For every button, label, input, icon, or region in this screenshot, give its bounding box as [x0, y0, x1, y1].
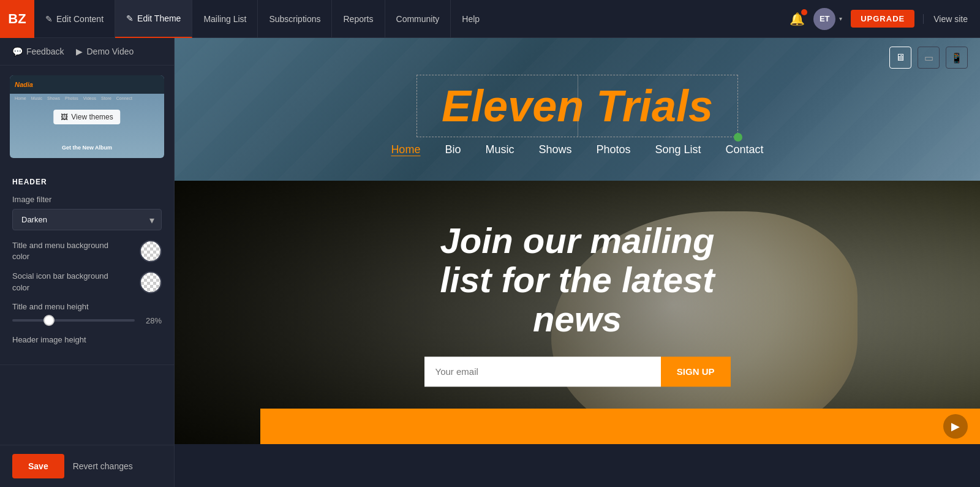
edit-content-icon: ✎ — [45, 14, 53, 24]
header-section: HEADER Image filter Darken ▾ Title and m… — [0, 168, 174, 365]
main-layout: 💬 Feedback ▶ Demo Video Nadia Home Music — [0, 38, 980, 487]
theme-preview-nav: Home Music Shows Photos Videos Store Con… — [10, 94, 164, 103]
edit-theme-label: Edit Theme — [137, 13, 181, 23]
save-button[interactable]: Save — [12, 454, 64, 478]
site-nav-bio[interactable]: Bio — [445, 143, 461, 156]
title-menu-bg-color-swatch[interactable] — [140, 240, 162, 262]
mailing-list-label: Mailing List — [203, 14, 246, 24]
hero-title: Join our mailing list for the latest new… — [424, 221, 731, 338]
header-image-height-label: Header image height — [12, 335, 86, 344]
title-menu-bg-color-row: Title and menu background color — [12, 240, 162, 262]
desktop-icon: 🖥 — [895, 52, 905, 63]
title-menu-height-row: Title and menu height 28% — [12, 302, 162, 325]
email-input[interactable] — [424, 357, 661, 387]
site-nav-home[interactable]: Home — [391, 143, 420, 156]
social-icon-bar-color-swatch[interactable] — [140, 271, 162, 293]
user-avatar[interactable]: ET — [813, 8, 835, 30]
sidebar-scroll-area: Nadia Home Music Shows Photos Videos Sto… — [0, 66, 174, 445]
site-header: Eleven Trials Home Bio Music Shows Photo… — [175, 38, 980, 181]
email-signup-row: SIGN UP — [424, 357, 731, 387]
hero-content: Join our mailing list for the latest new… — [424, 221, 731, 387]
logo: BZ — [0, 0, 34, 38]
image-filter-group: Image filter Darken ▾ — [12, 195, 162, 230]
reports-nav[interactable]: Reports — [332, 0, 385, 38]
notification-dot — [801, 9, 807, 15]
sidebar-bottom-bar: Save Revert changes — [0, 445, 174, 487]
subscriptions-label: Subscriptions — [269, 14, 320, 24]
image-filter-select[interactable]: Darken — [12, 209, 162, 230]
slider-container: 28% — [12, 316, 162, 325]
view-themes-button[interactable]: 🖼 View themes — [53, 110, 120, 124]
mobile-icon: 📱 — [951, 52, 963, 64]
social-icon-bar-label: Social icon bar background color — [12, 271, 123, 293]
play-icon: ▶ — [951, 420, 960, 433]
view-themes-icon: 🖼 — [61, 113, 68, 121]
mailing-list-nav[interactable]: Mailing List — [192, 0, 258, 38]
device-switcher: 🖥 ▭ 📱 — [889, 47, 968, 69]
view-site-button[interactable]: View site — [923, 14, 968, 24]
help-nav[interactable]: Help — [451, 0, 491, 38]
play-button[interactable]: ▶ — [943, 414, 968, 439]
site-nav-shows[interactable]: Shows — [538, 143, 571, 156]
site-preview-area: 🖥 ▭ 📱 Eleven Trials — [175, 38, 980, 487]
feedback-label: Feedback — [26, 47, 64, 56]
notifications-bell[interactable]: 🔔 — [790, 12, 805, 26]
tablet-icon: ▭ — [924, 52, 933, 64]
site-navigation: Home Bio Music Shows Photos Song List Co… — [391, 137, 763, 162]
site-nav-songlist[interactable]: Song List — [655, 143, 701, 156]
subscriptions-nav[interactable]: Subscriptions — [258, 0, 332, 38]
title-menu-height-value: 28% — [142, 316, 162, 325]
demo-video-button[interactable]: ▶ Demo Video — [76, 47, 134, 56]
feedback-icon: 💬 — [12, 47, 23, 56]
help-label: Help — [462, 14, 480, 24]
theme-preview-inner: Nadia Home Music Shows Photos Videos Sto… — [10, 75, 164, 158]
site-title-dashed-box: Eleven Trials — [417, 75, 738, 137]
revert-changes-button[interactable]: Revert changes — [73, 461, 133, 471]
site-nav-photos[interactable]: Photos — [596, 143, 630, 156]
site-nav-music[interactable]: Music — [485, 143, 514, 156]
demo-video-label: Demo Video — [86, 47, 134, 56]
mobile-view-button[interactable]: 📱 — [946, 47, 968, 69]
signup-button[interactable]: SIGN UP — [661, 357, 731, 387]
desktop-view-button[interactable]: 🖥 — [889, 47, 911, 69]
theme-preview-title: Nadia — [15, 81, 33, 88]
edit-theme-nav[interactable]: ✎ Edit Theme — [115, 0, 192, 38]
edit-content-label: Edit Content — [56, 14, 104, 24]
title-menu-height-slider[interactable] — [12, 319, 135, 322]
social-icon-bar-color-row: Social icon bar background color — [12, 271, 162, 293]
header-section-title: HEADER — [12, 178, 162, 186]
theme-preview-header: Nadia — [10, 75, 164, 94]
feedback-button[interactable]: 💬 Feedback — [12, 47, 64, 56]
edit-theme-icon: ✎ — [126, 13, 134, 23]
sidebar-top-bar: 💬 Feedback ▶ Demo Video — [0, 38, 174, 66]
title-center-line — [578, 75, 578, 137]
community-nav[interactable]: Community — [385, 0, 451, 38]
site-hero: Join our mailing list for the latest new… — [175, 181, 980, 444]
edit-content-nav[interactable]: ✎ Edit Content — [34, 0, 115, 38]
theme-preview[interactable]: Nadia Home Music Shows Photos Videos Sto… — [10, 75, 164, 158]
video-bar: ▶ — [260, 409, 980, 444]
site-title-area: Eleven Trials Home Bio Music Shows Photo… — [175, 56, 980, 168]
community-label: Community — [396, 14, 440, 24]
demo-video-icon: ▶ — [76, 47, 83, 56]
header-image-height-group: Header image height — [12, 334, 162, 345]
site-title-dot — [734, 133, 742, 142]
image-filter-label: Image filter — [12, 195, 162, 204]
title-menu-height-label: Title and menu height — [12, 302, 162, 311]
tablet-view-button[interactable]: ▭ — [918, 47, 940, 69]
top-navigation: BZ ✎ Edit Content ✎ Edit Theme Mailing L… — [0, 0, 980, 38]
title-menu-bg-label: Title and menu background color — [12, 240, 123, 262]
site-title-box[interactable]: Eleven Trials — [417, 75, 738, 137]
avatar-caret[interactable]: ▾ — [839, 15, 842, 22]
view-themes-label: View themes — [71, 113, 113, 121]
theme-preview-subtitle: Get the New Album — [62, 145, 112, 151]
sidebar: 💬 Feedback ▶ Demo Video Nadia Home Music — [0, 38, 175, 487]
avatar-area[interactable]: ET ▾ — [813, 8, 842, 30]
upgrade-button[interactable]: UPGRADE — [851, 10, 914, 28]
site-nav-contact[interactable]: Contact — [726, 143, 764, 156]
reports-label: Reports — [343, 14, 373, 24]
image-filter-select-wrapper[interactable]: Darken ▾ — [12, 209, 162, 230]
nav-right-controls: 🔔 ET ▾ UPGRADE View site — [790, 8, 980, 30]
site-preview: Eleven Trials Home Bio Music Shows Photo… — [175, 38, 980, 487]
